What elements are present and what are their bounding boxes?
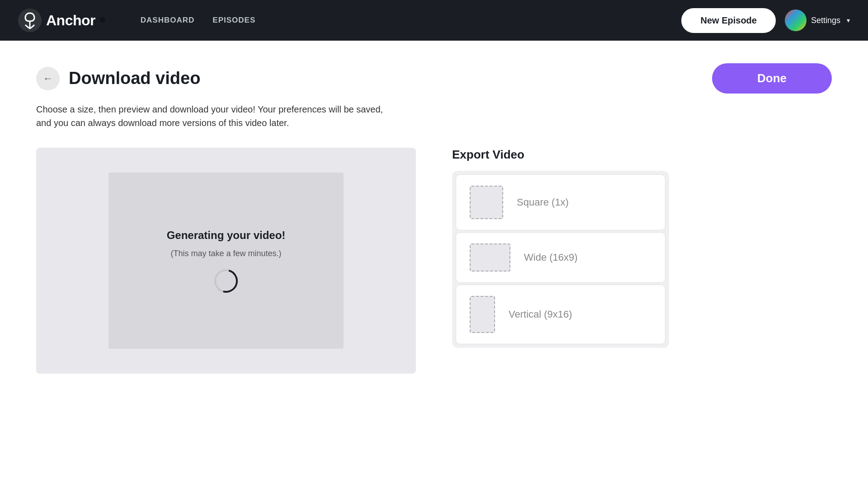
- export-title: Export Video: [452, 148, 669, 162]
- chevron-down-icon: ▾: [847, 17, 850, 24]
- vertical-label: Vertical (9x16): [509, 309, 572, 320]
- export-panel: Export Video Square (1x) Wide (16x9): [452, 148, 669, 374]
- loading-spinner: [211, 265, 242, 296]
- page-header-left: ← Download video: [36, 67, 200, 90]
- new-episode-button[interactable]: New Episode: [681, 8, 775, 33]
- page-title: Download video: [69, 69, 200, 88]
- logo[interactable]: Anchor®: [18, 9, 105, 32]
- square-label: Square (1x): [517, 197, 569, 208]
- nav-right: New Episode Settings ▾: [681, 8, 850, 33]
- anchor-logo-icon: [18, 9, 42, 32]
- content-grid: Generating your video! (This may take a …: [36, 148, 832, 374]
- export-option-wide[interactable]: Wide (16x9): [456, 232, 665, 283]
- generating-sub: (This may take a few minutes.): [170, 249, 281, 258]
- page-header: ← Download video Done: [36, 63, 832, 94]
- export-options: Square (1x) Wide (16x9) Vertical (9x16): [452, 171, 669, 348]
- video-inner: Generating your video! (This may take a …: [108, 173, 344, 349]
- done-button[interactable]: Done: [712, 63, 832, 94]
- back-button[interactable]: ←: [36, 67, 60, 90]
- wide-icon: [470, 244, 510, 272]
- logo-reg: ®: [100, 16, 105, 24]
- back-arrow-icon: ←: [43, 73, 53, 84]
- avatar: [785, 9, 807, 31]
- nav-episodes[interactable]: EPISODES: [212, 16, 255, 25]
- logo-text: Anchor: [46, 12, 95, 29]
- settings-area[interactable]: Settings ▾: [785, 9, 850, 31]
- page-description: Choose a size, then preview and download…: [36, 103, 398, 130]
- nav-dashboard[interactable]: DASHBOARD: [141, 16, 195, 25]
- generating-text: Generating your video!: [167, 229, 286, 242]
- main-content: ← Download video Done Choose a size, the…: [0, 41, 868, 487]
- export-option-square[interactable]: Square (1x): [456, 174, 665, 230]
- wide-label: Wide (16x9): [524, 252, 578, 263]
- nav-links: DASHBOARD EPISODES: [141, 16, 660, 25]
- square-icon: [470, 186, 503, 219]
- export-option-vertical[interactable]: Vertical (9x16): [456, 285, 665, 344]
- video-preview: Generating your video! (This may take a …: [36, 148, 416, 374]
- settings-label: Settings: [811, 16, 840, 25]
- navbar: Anchor® DASHBOARD EPISODES New Episode S…: [0, 0, 868, 41]
- vertical-icon: [470, 296, 495, 333]
